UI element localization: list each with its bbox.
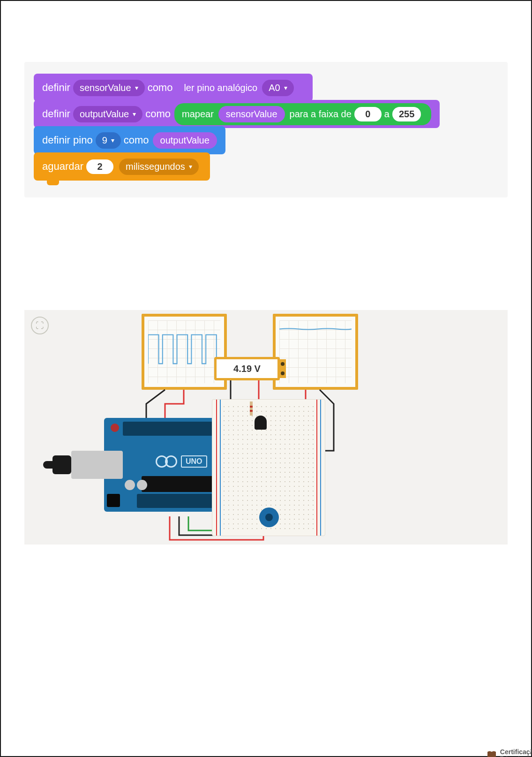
block-map[interactable]: mapear sensorValue para a faixa de 0 a 2… [174,103,431,125]
expand-icon: ⛶ [36,321,44,331]
block-set-sensorvalue[interactable]: definir sensorValue▾ como ler pino analó… [34,74,313,102]
breadboard[interactable] [212,399,325,536]
label-aguardar: aguardar [42,160,83,173]
label-como: como [124,134,149,146]
power-rail-neg [220,400,221,536]
block-set-outputvalue[interactable]: definir outputValue▾ como mapear sensorV… [34,100,440,128]
fullscreen-button[interactable]: ⛶ [31,317,49,334]
reset-button[interactable] [111,424,119,432]
chevron-down-icon: ▾ [284,84,287,91]
label-definir: definir [42,108,70,120]
chevron-down-icon: ▾ [135,84,138,91]
dropdown-time-unit[interactable]: milissegundos▾ [119,159,199,175]
book-icon [486,749,497,757]
usb-cable [71,451,123,479]
input-range-from[interactable]: 0 [354,107,382,121]
digital-headers [123,422,226,436]
resistor[interactable] [250,401,253,416]
voltmeter-ports [279,359,286,378]
arg-sensorvalue[interactable]: sensorValue [218,106,285,122]
power-rail-pos [216,400,217,536]
block-read-analog-pin[interactable]: ler pino analógico A0▾ [176,77,304,99]
input-range-to[interactable]: 255 [392,107,421,121]
oscilloscope-right[interactable] [273,314,358,390]
power-rail-pos [316,400,317,536]
voltmeter[interactable]: 4.19 V [214,357,280,380]
arg-outputvalue[interactable]: outputValue [153,132,217,149]
certification-watermark: Certificação Técnica [486,749,532,757]
voltmeter-reading: 4.19 V [233,363,261,374]
scope-wave-flat [279,320,352,383]
code-blocks-area: definir sensorValue▾ como ler pino analó… [24,62,508,197]
circuit-simulator-area: ⛶ 4.19 V [24,310,508,545]
input-wait-value[interactable]: 2 [86,159,113,174]
label-definir-pino: definir pino [42,134,93,146]
dropdown-analog-pin[interactable]: A0▾ [262,80,293,96]
document-page: definir sensorValue▾ como ler pino analó… [0,0,532,757]
block-set-pin[interactable]: definir pino 9▾ como outputValue [34,126,225,154]
label-como: como [148,82,173,94]
label-como: como [145,108,171,120]
dropdown-variable-outputvalue[interactable]: outputValue▾ [73,106,142,122]
arduino-logo: UNO [156,455,207,468]
block-wait[interactable]: aguardar 2 milissegundos▾ [34,152,210,181]
capacitor-icon [125,480,135,490]
power-rail-neg [320,400,321,536]
chevron-down-icon: ▾ [133,110,136,118]
label-a: a [384,109,390,120]
power-jack [107,494,120,507]
capacitor-icon [137,480,147,490]
dropdown-variable-sensorvalue[interactable]: sensorValue▾ [73,80,145,96]
scope-wave-pwm [148,320,220,383]
label-definir: definir [42,82,70,94]
dropdown-digital-pin[interactable]: 9▾ [96,132,121,149]
label-range-to: para a faixa de [290,109,352,120]
atmega-chip [142,476,217,492]
chevron-down-icon: ▾ [111,136,114,144]
potentiometer[interactable] [259,507,279,527]
chevron-down-icon: ▾ [189,163,192,170]
transistor[interactable] [255,416,267,430]
